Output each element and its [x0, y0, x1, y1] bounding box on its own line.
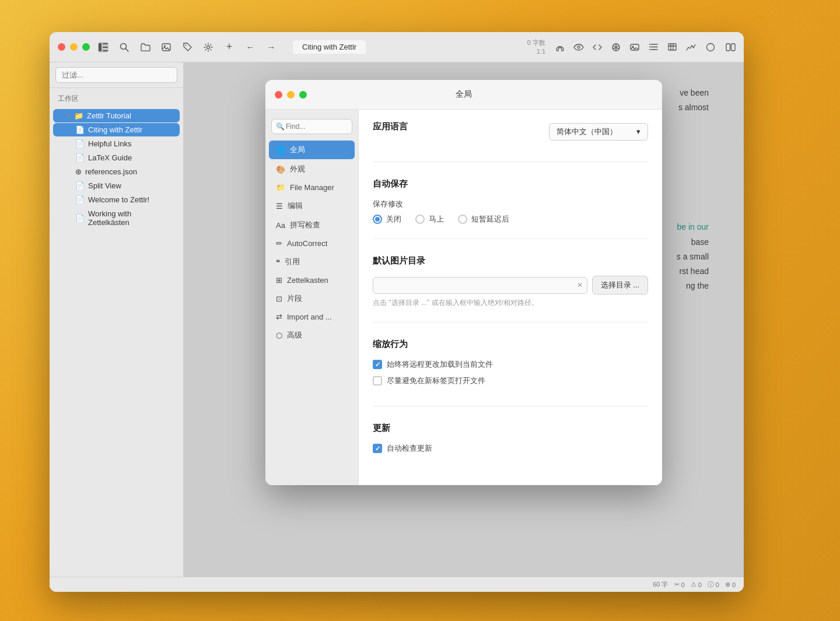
checkbox-always-load-remote-label: 始终将远程更改加载到当前文件	[387, 359, 493, 370]
nav-item-spellcheck[interactable]: Aa 拼写检查	[269, 216, 355, 234]
save-label: 保存修改	[373, 199, 648, 209]
svg-rect-1	[103, 43, 108, 44]
sidebar-item-label: Working with Zettelkästen	[88, 209, 174, 227]
svg-point-9	[207, 45, 210, 48]
sidebar: 工作区 ▾ 📁 Zettlr Tutorial 📄 Citing with Ze…	[50, 62, 184, 577]
eye2-icon[interactable]	[573, 42, 584, 52]
sidebar-item-zettelkasten[interactable]: 📄 Working with Zettelkästen	[53, 207, 180, 229]
nav-item-file-manager[interactable]: 📁 File Manager	[269, 179, 355, 196]
settings-nav: 🔍 🌐 全局 🎨 外观	[265, 110, 359, 485]
nav-item-autocorrect[interactable]: ✏ AutoCorrect	[269, 235, 355, 252]
sidebar-item-label: Welcome to Zettlr!	[88, 195, 174, 204]
nav-item-appearance[interactable]: 🎨 外观	[269, 160, 355, 178]
settings-modal: 全局 🔍	[265, 80, 662, 485]
section-autosave: 自动保存 保存修改 关闭	[373, 178, 648, 239]
sidebar-item-latex-guide[interactable]: 📄 LaTeX Guide	[53, 151, 180, 164]
radio-off[interactable]: 关闭	[373, 214, 401, 224]
citation-icon: ❝	[276, 258, 280, 266]
checkbox-avoid-new-tab[interactable]: 尽量避免在新标签页打开文件	[373, 376, 648, 386]
nav-back-icon[interactable]: ←	[245, 42, 256, 52]
file-icon: 📄	[75, 181, 85, 190]
filter-input[interactable]	[55, 67, 177, 83]
link2-icon[interactable]	[555, 42, 565, 52]
autosave-title: 自动保存	[373, 178, 648, 190]
radio-label-off: 关闭	[386, 214, 401, 224]
dir-choose-button[interactable]: 选择目录 ...	[592, 276, 648, 294]
modal-title-bar: 全局	[265, 80, 662, 110]
add-icon[interactable]: +	[224, 42, 235, 52]
close-button[interactable]	[58, 43, 65, 51]
modal-close-button[interactable]	[275, 91, 282, 99]
nav-item-zettelkasten[interactable]: ⊞ Zettelkasten	[269, 272, 355, 289]
svg-point-19	[649, 47, 650, 48]
code2-icon[interactable]	[592, 42, 603, 52]
tag-icon[interactable]	[182, 42, 192, 52]
dir-clear-button[interactable]: ✕	[577, 281, 583, 289]
checkbox-always-load-remote[interactable]: 始终将远程更改加载到当前文件	[373, 359, 648, 370]
sidebar-item-citing-zettlr[interactable]: 📄 Citing with Zettlr	[53, 123, 180, 136]
checkbox-always-load-remote-box	[373, 360, 382, 369]
sidebar-item-references-json[interactable]: ⊛ references.json	[53, 165, 180, 178]
language-select[interactable]: 简体中文（中国） ▾	[549, 123, 648, 141]
folder-icon[interactable]	[140, 42, 150, 52]
modal-maximize-button[interactable]	[299, 91, 307, 99]
nav-item-global[interactable]: 🌐 全局	[269, 141, 355, 159]
list2-icon[interactable]	[648, 42, 659, 52]
sidebar-toggle-icon[interactable]	[98, 42, 108, 52]
toolbar-right-icons	[555, 42, 696, 52]
settings-modal-overlay: 全局 🔍	[184, 62, 744, 577]
sidebar-item-label: LaTeX Guide	[88, 153, 174, 162]
chevron-down-icon: ▾	[636, 127, 640, 136]
nav-forward-icon[interactable]: →	[266, 42, 276, 52]
svg-rect-0	[99, 43, 102, 51]
advanced-icon: ⬡	[276, 331, 282, 340]
radio-delayed[interactable]: 短暂延迟后	[458, 214, 509, 224]
sidebar-item-label: Citing with Zettlr	[88, 125, 174, 134]
chain2-icon[interactable]	[611, 42, 621, 52]
image3-icon[interactable]	[629, 42, 640, 52]
nav-item-advanced[interactable]: ⬡ 高级	[269, 326, 355, 345]
file-manager-icon: 📁	[276, 183, 285, 192]
split-view-icon[interactable]	[725, 42, 736, 52]
radio-circle-off	[373, 215, 382, 224]
nav-item-citation[interactable]: ❝ 引用	[269, 252, 355, 271]
circle-icon[interactable]	[705, 42, 716, 52]
chevron-down-icon: ▾	[67, 112, 71, 120]
settings-search: 🔍	[265, 115, 358, 140]
maximize-button[interactable]	[82, 43, 90, 51]
modal-minimize-button[interactable]	[287, 91, 295, 99]
tab-citing-zettlr[interactable]: Citing with Zettlr	[293, 40, 366, 54]
radio-immediately[interactable]: 马上	[415, 214, 444, 224]
svg-point-18	[649, 44, 650, 45]
image-dir-title: 默认图片目录	[373, 255, 648, 266]
dir-input-field[interactable]	[373, 277, 587, 294]
svg-point-25	[707, 43, 715, 51]
checkbox-auto-check-updates[interactable]: 自动检查更新	[373, 443, 648, 454]
minimize-button[interactable]	[70, 43, 78, 51]
modal-title: 全局	[456, 89, 472, 100]
sidebar-item-helpful-links[interactable]: 📄 Helpful Links	[53, 137, 180, 150]
section-language: 应用语言 简体中文（中国） ▾	[373, 121, 648, 162]
image-icon[interactable]	[161, 42, 172, 52]
sidebar-item-split-view[interactable]: 📄 Split View	[53, 179, 180, 192]
svg-rect-26	[726, 44, 730, 51]
svg-rect-21	[668, 44, 676, 50]
nav-item-snippets[interactable]: ⊡ 片段	[269, 289, 355, 308]
nav-item-label: 全局	[290, 145, 305, 155]
file-icon: 📄	[75, 214, 85, 223]
search-icon[interactable]	[119, 42, 130, 52]
svg-line-5	[126, 48, 129, 51]
radio-circle-delayed	[458, 215, 467, 224]
sidebar-item-welcome[interactable]: 📄 Welcome to Zettlr!	[53, 193, 180, 206]
word-count-display: 0 字数 1:1	[527, 38, 545, 55]
status-bar: 60 字 ✂ 0 ⚠ 0 ⓘ 0 ⊗ 0	[50, 577, 744, 592]
sidebar-item-zettlr-tutorial[interactable]: ▾ 📁 Zettlr Tutorial	[53, 109, 180, 122]
svg-point-10	[578, 46, 580, 48]
nav-item-label: 高级	[287, 330, 302, 341]
nav-item-editor[interactable]: ☰ 编辑	[269, 197, 355, 215]
graph2-icon[interactable]	[685, 42, 696, 52]
nav-item-import-export[interactable]: ⇄ Import and ...	[269, 308, 355, 325]
globe-icon: 🌐	[276, 146, 285, 155]
table2-icon[interactable]	[667, 42, 677, 52]
settings-icon[interactable]	[203, 42, 214, 52]
